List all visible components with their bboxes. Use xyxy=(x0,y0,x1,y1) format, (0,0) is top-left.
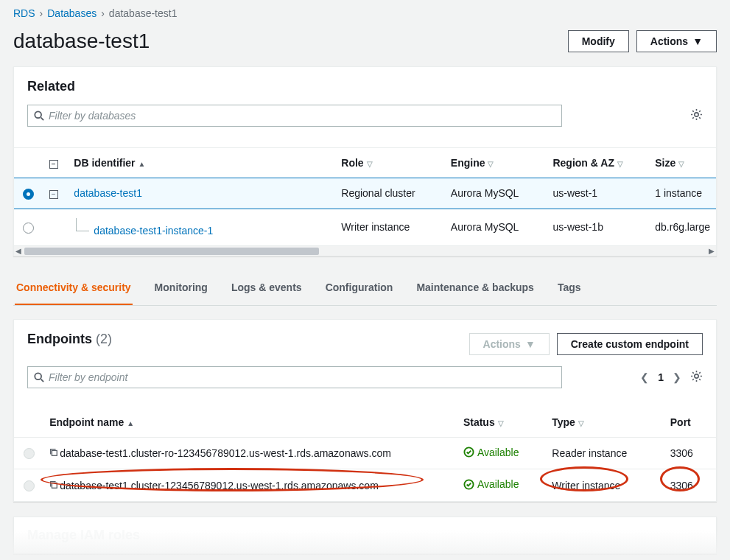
db-link[interactable]: database-test1 xyxy=(74,187,142,199)
breadcrumb-parent[interactable]: Databases xyxy=(47,7,96,19)
col-port[interactable]: Port xyxy=(664,407,716,438)
cell-role: Regional cluster xyxy=(335,178,445,209)
svg-rect-8 xyxy=(52,483,57,488)
tab-connectivity-security[interactable]: Connectivity & security xyxy=(15,271,133,305)
svg-point-0 xyxy=(35,111,41,118)
col-select xyxy=(14,148,43,178)
tab-bar: Connectivity & security Monitoring Logs … xyxy=(13,271,717,306)
caret-down-icon: ▼ xyxy=(692,35,703,47)
actions-button[interactable]: Actions ▼ xyxy=(636,30,717,52)
gear-icon xyxy=(690,370,703,382)
table-row[interactable]: database-test1-instance-1 Writer instanc… xyxy=(14,209,716,245)
related-title: Related xyxy=(27,79,703,94)
col-size[interactable]: Size▽ xyxy=(649,148,716,178)
col-db-identifier[interactable]: DB identifier▲ xyxy=(68,148,335,178)
col-select xyxy=(14,407,43,438)
col-status[interactable]: Status▽ xyxy=(457,407,546,438)
svg-point-2 xyxy=(695,113,698,116)
tab-monitoring[interactable]: Monitoring xyxy=(153,271,209,305)
table-row[interactable]: database-test1.cluster-123456789012.us-w… xyxy=(14,469,716,501)
horizontal-scrollbar[interactable]: ◀ ▶ xyxy=(14,245,716,256)
settings-button[interactable] xyxy=(690,108,703,123)
minus-square-icon: − xyxy=(49,160,58,169)
cell-region: us-west-1 xyxy=(547,178,649,209)
chevron-right-icon: › xyxy=(101,7,105,19)
sort-icon: ▽ xyxy=(617,160,623,168)
cell-engine: Aurora MySQL xyxy=(445,209,547,245)
chevron-right-icon: › xyxy=(40,7,43,19)
cell-type: Reader instance xyxy=(546,437,664,469)
col-engine[interactable]: Engine▽ xyxy=(445,148,547,178)
search-icon xyxy=(34,111,44,121)
related-search-input[interactable] xyxy=(49,110,555,122)
page-number: 1 xyxy=(658,371,664,383)
page-header: database-test1 Modify Actions ▼ xyxy=(0,25,730,66)
radio-select[interactable] xyxy=(23,223,34,234)
endpoint-search[interactable] xyxy=(27,366,562,388)
col-type[interactable]: Type▽ xyxy=(546,407,664,438)
scroll-left-icon[interactable]: ◀ xyxy=(15,247,21,255)
svg-line-4 xyxy=(41,379,44,382)
scroll-right-icon[interactable]: ▶ xyxy=(709,247,715,255)
sort-icon: ▽ xyxy=(367,160,373,168)
col-region-az[interactable]: Region & AZ▽ xyxy=(547,148,649,178)
sort-asc-icon: ▲ xyxy=(127,419,134,427)
cell-region: us-west-1b xyxy=(547,209,649,245)
cell-size: db.r6g.large xyxy=(649,209,716,245)
col-role[interactable]: Role▽ xyxy=(335,148,445,178)
iam-roles-panel: Manage IAM roles xyxy=(13,517,717,554)
table-row[interactable]: − database-test1 Regional cluster Aurora… xyxy=(14,178,716,209)
page-prev-button[interactable]: ❮ xyxy=(640,371,649,383)
header-actions: Modify Actions ▼ xyxy=(568,30,717,52)
related-table-wrap: − DB identifier▲ Role▽ Engine▽ Region & … xyxy=(14,147,716,256)
sort-asc-icon: ▲ xyxy=(138,160,146,168)
related-search[interactable] xyxy=(27,105,562,127)
svg-line-1 xyxy=(41,118,44,121)
breadcrumb-root[interactable]: RDS xyxy=(13,7,35,19)
svg-point-3 xyxy=(35,373,41,379)
endpoints-table: Endpoint name▲ Status▽ Type▽ Port databa… xyxy=(14,407,716,501)
radio-select[interactable] xyxy=(24,448,35,459)
cell-role: Writer instance xyxy=(335,209,445,245)
tab-tags[interactable]: Tags xyxy=(556,271,583,305)
cell-port: 3306 xyxy=(664,469,716,501)
sort-icon: ▽ xyxy=(578,419,584,427)
check-circle-icon xyxy=(463,447,474,458)
collapse-button[interactable]: − xyxy=(49,190,58,199)
endpoints-count: (2) xyxy=(96,332,112,346)
svg-point-5 xyxy=(695,374,698,378)
radio-select[interactable] xyxy=(23,189,34,200)
actions-button-label: Actions xyxy=(650,35,688,47)
cell-endpoint-name: database-test1.cluster-ro-123456789012.u… xyxy=(43,437,457,469)
gear-icon xyxy=(690,108,703,121)
endpoint-actions-label: Actions xyxy=(483,338,521,350)
breadcrumb-current: database-test1 xyxy=(109,7,178,19)
page-next-button[interactable]: ❯ xyxy=(673,371,681,383)
endpoints-title: Endpoints (2) xyxy=(27,332,112,347)
copy-icon[interactable] xyxy=(49,447,58,459)
settings-button[interactable] xyxy=(690,370,703,385)
col-endpoint-name[interactable]: Endpoint name▲ xyxy=(43,407,457,438)
cell-endpoint-name: database-test1.cluster-123456789012.us-w… xyxy=(43,469,457,501)
cell-status: Available xyxy=(457,437,546,469)
cell-size: 1 instance xyxy=(649,178,716,209)
col-expand-all[interactable]: − xyxy=(43,148,69,178)
iam-roles-title: Manage IAM roles xyxy=(27,528,140,542)
tab-maintenance-backups[interactable]: Maintenance & backups xyxy=(415,271,536,305)
create-custom-endpoint-button[interactable]: Create custom endpoint xyxy=(557,333,703,355)
endpoint-search-input[interactable] xyxy=(49,371,555,383)
radio-select[interactable] xyxy=(24,480,35,491)
related-table: − DB identifier▲ Role▽ Engine▽ Region & … xyxy=(14,148,716,245)
tab-logs-events[interactable]: Logs & events xyxy=(230,271,303,305)
tab-configuration[interactable]: Configuration xyxy=(324,271,395,305)
db-link[interactable]: database-test1-instance-1 xyxy=(94,225,213,237)
page-title: database-test1 xyxy=(13,29,150,53)
sort-icon: ▽ xyxy=(498,419,504,427)
sort-icon: ▽ xyxy=(488,160,494,168)
copy-icon[interactable] xyxy=(49,480,58,491)
modify-button[interactable]: Modify xyxy=(568,30,629,52)
cell-port: 3306 xyxy=(664,437,716,469)
table-row[interactable]: database-test1.cluster-ro-123456789012.u… xyxy=(14,437,716,469)
check-circle-icon xyxy=(463,479,474,490)
endpoint-actions-button[interactable]: Actions ▼ xyxy=(469,333,550,355)
